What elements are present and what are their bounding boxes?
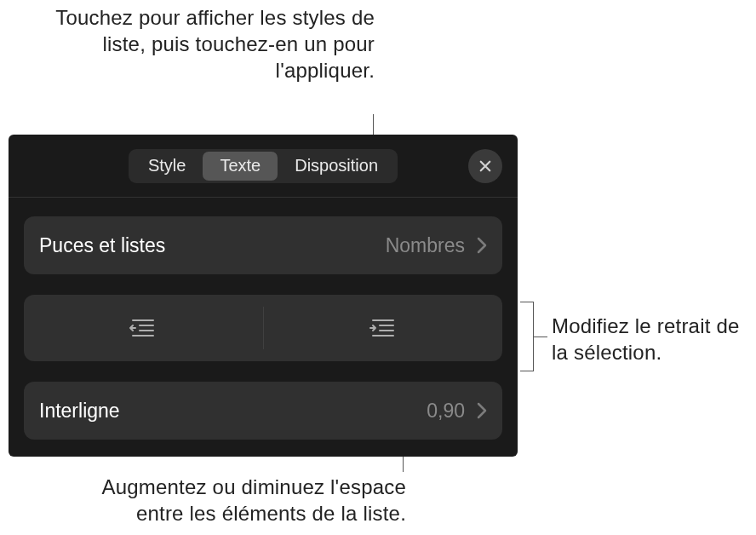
indent-icon <box>368 317 398 339</box>
close-icon <box>478 158 493 174</box>
panel-header: Style Texte Disposition <box>9 135 518 198</box>
segmented-control: Style Texte Disposition <box>129 149 398 183</box>
chevron-right-icon <box>477 402 487 419</box>
tab-style[interactable]: Style <box>131 152 203 181</box>
line-spacing-row[interactable]: Interligne 0,90 <box>24 382 502 440</box>
callout-bottom: Augmentez ou diminuez l'espace entre les… <box>54 474 406 526</box>
outdent-icon <box>128 317 158 339</box>
row-label: Puces et listes <box>39 234 165 257</box>
indent-row <box>24 295 502 361</box>
bullets-and-lists-row[interactable]: Puces et listes Nombres <box>24 216 502 274</box>
callout-right: Modifiez le retrait de la sélection. <box>552 313 747 365</box>
row-value: Nombres <box>386 234 465 257</box>
close-button[interactable] <box>468 149 502 183</box>
format-panel: Style Texte Disposition Puces et listes … <box>9 135 518 457</box>
indent-button[interactable] <box>264 295 503 361</box>
row-right: 0,90 <box>427 400 487 423</box>
panel-body: Puces et listes Nombres <box>9 198 518 440</box>
callout-bracket <box>520 302 534 371</box>
outdent-button[interactable] <box>24 295 263 361</box>
tab-texte[interactable]: Texte <box>203 152 278 181</box>
leader-line <box>534 337 547 337</box>
row-right: Nombres <box>386 234 487 257</box>
tab-disposition[interactable]: Disposition <box>278 152 395 181</box>
callout-top: Touchez pour afficher les styles de list… <box>51 4 375 84</box>
row-label: Interligne <box>39 400 120 423</box>
row-value: 0,90 <box>427 400 465 423</box>
chevron-right-icon <box>477 237 487 254</box>
